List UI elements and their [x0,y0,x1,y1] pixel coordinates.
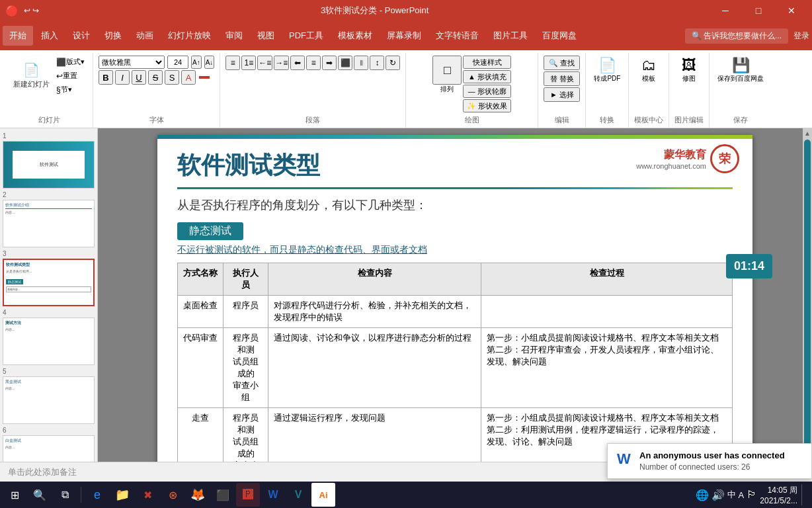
notif-icon: W [617,450,633,468]
section-button[interactable]: § 节▾ [54,83,87,96]
align-center[interactable]: ≡ [306,56,321,70]
scroll-thumb[interactable] [804,140,811,450]
notif-title: An anonymous user has connected [639,450,785,460]
menu-text-convert[interactable]: 文字转语音 [429,26,485,46]
search-taskbar[interactable]: 🔍 [28,483,52,507]
numbered-list-button[interactable]: 1≡ [241,56,256,70]
taskbar-x[interactable]: ✖ [136,483,159,507]
shape-outline-button[interactable]: — 形状轮廓 [463,85,511,98]
menu-view[interactable]: 视图 [251,26,281,46]
template-center-button[interactable]: 🗂 模板 [635,56,662,85]
font-color-picker[interactable] [199,76,210,79]
shape-fill-button[interactable]: ▲ 形状填充 [463,70,511,83]
slide-thumb-2[interactable]: 2 软件测试介绍 内容... [3,191,95,247]
taskbar-ie[interactable]: e [85,483,109,507]
taskbar-circle[interactable]: ⊛ [161,483,184,507]
taskbar-folder[interactable]: 📁 [110,483,134,507]
menu-insert[interactable]: 插入 [34,26,65,46]
convert-pdf-button[interactable]: 📄 转成PDF [591,56,623,85]
slide-thumb-3[interactable]: 3 软件测试类型 从是否执行程序... 静态测试 表格内容... [3,250,95,306]
scroll-bar[interactable]: ▲ ▼ [803,128,812,462]
edit-group-label: 编辑 [555,112,569,125]
drawing-group-label: 绘图 [465,112,479,125]
font-size-input[interactable] [167,56,188,69]
menu-templates[interactable]: 模板素材 [331,26,379,46]
maximize-button[interactable]: □ [743,0,774,21]
bold-button[interactable]: B [99,70,113,85]
slide-body: 从是否执行程序的角度划分，有以下几种类型： 静态测试 不运行被测试的软件，而只是… [157,197,752,462]
menu-screenrecord[interactable]: 屏幕录制 [380,26,428,46]
menu-review[interactable]: 审阅 [219,26,249,46]
slide-thumb-4[interactable]: 4 测试方法 内容... [3,309,95,365]
align-right[interactable]: ➡ [322,56,337,70]
save-baidu-button[interactable]: 💾 保存到百度网盘 [715,56,766,85]
image-edit-button[interactable]: 🖼 修图 [676,56,702,85]
taskbar-input-toggle[interactable]: A [739,490,745,500]
find-button[interactable]: 🔍 查找 [544,56,580,70]
notes-placeholder[interactable]: 单击此处添加备注 [8,466,77,478]
strikethrough-button[interactable]: S [148,70,163,85]
align-justify[interactable]: ⬛ [338,56,352,70]
quick-styles-button[interactable]: 快速样式 [463,56,511,69]
menu-image-tools[interactable]: 图片工具 [487,26,534,46]
taskbar-word[interactable]: W [261,483,285,507]
title-bar-left: 🔴 ↩ ↪ [5,5,39,17]
taskbar-speaker[interactable]: 🔊 [711,489,725,501]
taskbar-powerpoint[interactable]: 🅿 [236,483,260,507]
ribbon-group-font: 微软雅黑 A↑ A↓ B I U S S A 字体 [93,53,220,128]
font-size-decrease[interactable]: A↓ [204,56,215,69]
slide-thumb-6[interactable]: 6 白盒测试 内容... [3,427,95,462]
menu-start[interactable]: 开始 [3,26,33,46]
layout-icon: ⬛ [56,58,66,67]
shape-effect-button[interactable]: ✨ 形状效果 [463,99,511,112]
font-color-button[interactable]: A [181,70,196,85]
indent-increase[interactable]: →≡ [274,56,289,70]
reset-button[interactable]: ↩ 重置 [54,69,87,82]
image-edit-group-label: 图片编辑 [674,112,704,125]
taskbar-black[interactable]: ⬛ [211,483,235,507]
slide-canvas-area: 蒙华教育 www.ronghuanet.com 荣 软件测试类型 从是否执行程序… [98,128,812,462]
close-button[interactable]: ✕ [776,0,807,21]
shadow-button[interactable]: S [165,70,179,85]
taskbar-v[interactable]: V [286,483,310,507]
app-body: 1 软件测试 2 软件测试介绍 内容... 3 软件测试类型 从是否执行程序..… [0,128,812,462]
taskbar-flag[interactable]: 🏳 [747,489,757,501]
align-left[interactable]: ⬅ [290,56,305,70]
taskbar-network[interactable]: 🌐 [696,489,709,501]
convert-group-label: 转换 [600,112,614,125]
scroll-up-btn[interactable]: ▲ [804,130,811,137]
user-login[interactable]: 登录 [793,30,809,42]
font-size-increase[interactable]: A↑ [191,56,202,69]
replace-button[interactable]: 替 替换 [544,71,580,86]
underline-button[interactable]: U [132,70,146,85]
layout-button[interactable]: ⬛ 版式▾ [54,56,87,68]
text-direction[interactable]: ↻ [386,56,400,70]
ribbon-group-save: 💾 保存到百度网盘 保存 [710,53,772,128]
task-view[interactable]: ⧉ [53,483,77,507]
select-button[interactable]: ► 选择 [544,87,580,102]
row1-executor: 程序员 [223,296,268,328]
list-button[interactable]: ≡ [225,56,240,70]
new-slide-button[interactable]: 📄 新建幻灯片 [11,61,52,91]
taskbar-ime[interactable]: 中 [727,489,736,501]
slide-thumb-5[interactable]: 5 黑盒测试 内容... [3,368,95,424]
taskbar-show-desktop[interactable] [801,484,807,505]
menu-baidu[interactable]: 百度网盘 [536,26,583,46]
slide-thumb-1[interactable]: 1 软件测试 [3,132,95,189]
shapes-button[interactable]: □ [432,56,462,85]
menu-slideshow[interactable]: 幻灯片放映 [161,26,218,46]
menu-pdf[interactable]: PDF工具 [282,26,330,46]
minimize-button[interactable]: ─ [710,0,741,21]
menu-animations[interactable]: 动画 [130,26,160,46]
italic-button[interactable]: I [115,70,130,85]
line-spacing[interactable]: ↕ [370,56,384,70]
indent-decrease[interactable]: ←≡ [257,56,272,70]
taskbar-ai[interactable]: Ai [311,483,335,507]
columns-button[interactable]: ⫴ [354,56,368,70]
taskbar-firefox[interactable]: 🦊 [186,483,210,507]
menu-design[interactable]: 设计 [66,26,97,46]
menu-transitions[interactable]: 切换 [98,26,128,46]
help-search[interactable]: 🔍 告诉我您想要做什么... [685,28,788,44]
font-select[interactable]: 微软雅黑 [99,56,165,69]
start-button[interactable]: ⊞ [3,483,26,507]
